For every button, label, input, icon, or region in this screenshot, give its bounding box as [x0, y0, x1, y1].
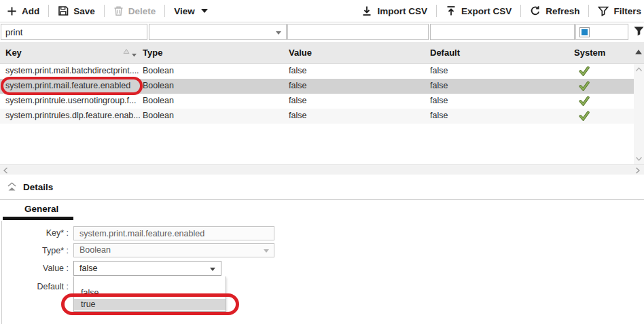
- cell-type: Boolean: [143, 81, 174, 90]
- scrollbar-chevron-right-icon: [635, 167, 641, 174]
- config-grid: Key Type Value Default System system.pri…: [0, 42, 644, 164]
- green-check-icon: [579, 81, 590, 91]
- checkbox-fill: [582, 29, 588, 35]
- vertical-scrollbar[interactable]: [634, 64, 644, 164]
- toolbar: Add Save Delete View: [0, 0, 644, 22]
- filter-funnel-icon: [598, 5, 609, 16]
- upload-icon: [446, 5, 457, 16]
- column-header-value[interactable]: Value: [289, 48, 312, 58]
- value-field-combobox[interactable]: false: [73, 261, 221, 276]
- save-button-label: Save: [73, 6, 95, 16]
- value-filter-input[interactable]: [287, 24, 429, 40]
- filters-label: Filters: [613, 6, 641, 16]
- type-field-value: Boolean: [79, 245, 111, 255]
- plus-icon: [7, 6, 17, 16]
- import-csv-label: Import CSV: [377, 6, 427, 16]
- details-form: Key* : Type* : Boolean Value : false Def…: [0, 221, 644, 324]
- value-field-label: Value :: [0, 264, 69, 273]
- add-button-label: Add: [22, 6, 39, 16]
- scrollbar-chevron-up-icon: [635, 67, 643, 72]
- cell-key: system.printrules.dlp.feature.enab...: [5, 111, 141, 120]
- green-check-icon: [579, 66, 590, 76]
- sort-asc-icon: [123, 48, 138, 58]
- toolbar-divider: [436, 5, 437, 17]
- sort-indicator[interactable]: [123, 48, 138, 58]
- config-editor-window: Add Save Delete View: [0, 0, 644, 324]
- dropdown-option-blank[interactable]: [74, 276, 226, 287]
- trash-icon: [113, 5, 124, 16]
- chevron-down-icon: [264, 249, 269, 253]
- type-field-select[interactable]: Boolean: [73, 243, 274, 257]
- download-icon: [361, 5, 372, 16]
- cell-value: false: [289, 96, 306, 105]
- grid-empty-area: [0, 124, 644, 164]
- system-filter-checkbox[interactable]: [579, 27, 590, 37]
- cell-type: Boolean: [143, 111, 174, 120]
- chevron-down-icon: [201, 9, 208, 13]
- details-tabbar: General: [0, 200, 644, 221]
- table-row[interactable]: system.print.mail.batchdirectprint.... B…: [0, 64, 644, 79]
- green-check-icon: [579, 96, 590, 106]
- key-filter-input[interactable]: [1, 24, 147, 40]
- scroll-up-icon[interactable]: [635, 50, 642, 54]
- cell-default: false: [430, 66, 448, 75]
- export-csv-label: Export CSV: [461, 6, 512, 16]
- delete-button-label: Delete: [128, 6, 156, 16]
- value-field-current: false: [79, 264, 97, 273]
- cell-key: system.printrule.usernotingroup.f...: [5, 96, 136, 105]
- cell-key: system.print.mail.feature.enabled: [5, 81, 130, 90]
- table-row[interactable]: system.printrule.usernotingroup.f... Boo…: [0, 94, 644, 109]
- scrollbar-chevron-down-icon: [635, 156, 643, 162]
- toolbar-divider: [520, 5, 521, 17]
- details-panel-header[interactable]: Details: [0, 175, 644, 199]
- cell-value: false: [289, 111, 306, 120]
- table-row[interactable]: system.printrules.dlp.feature.enab... Bo…: [0, 109, 644, 124]
- dropdown-option-false[interactable]: false: [74, 287, 226, 299]
- cell-default: false: [430, 111, 448, 120]
- horizontal-scrollbar[interactable]: [0, 164, 644, 175]
- toolbar-divider: [164, 5, 165, 17]
- save-icon: [58, 5, 69, 16]
- table-row-selected[interactable]: system.print.mail.feature.enabled Boolea…: [0, 79, 644, 94]
- filters-button[interactable]: Filters: [598, 5, 641, 16]
- chevron-down-icon: [210, 268, 215, 271]
- green-check-icon: [579, 111, 590, 121]
- cell-value: false: [289, 81, 306, 90]
- column-header-default[interactable]: Default: [430, 48, 460, 58]
- system-filter-cell: [575, 24, 628, 40]
- delete-button[interactable]: Delete: [113, 5, 156, 16]
- view-menu-label: View: [174, 6, 195, 16]
- cell-default: false: [430, 96, 448, 105]
- import-csv-button[interactable]: Import CSV: [361, 5, 427, 16]
- type-field-label: Type* :: [0, 246, 69, 255]
- add-button[interactable]: Add: [7, 6, 39, 16]
- dropdown-option-true[interactable]: true: [74, 299, 226, 310]
- refresh-label: Refresh: [545, 6, 579, 16]
- cell-value: false: [289, 66, 306, 75]
- collapse-panel-icon: [7, 182, 17, 192]
- scrollbar-chevron-left-icon: [3, 167, 8, 174]
- toolbar-divider: [48, 5, 49, 17]
- tab-general[interactable]: General: [24, 204, 58, 214]
- details-title: Details: [23, 182, 53, 192]
- filter-row: [0, 22, 644, 42]
- column-header-system[interactable]: System: [574, 48, 605, 58]
- refresh-icon: [530, 5, 541, 16]
- default-filter-input[interactable]: [430, 24, 575, 40]
- toolbar-divider: [104, 5, 105, 17]
- export-csv-button[interactable]: Export CSV: [446, 5, 512, 16]
- value-dropdown-list: false true: [73, 276, 226, 312]
- column-header-type[interactable]: Type: [143, 48, 162, 58]
- view-menu-button[interactable]: View: [174, 6, 208, 16]
- cell-key: system.print.mail.batchdirectprint....: [5, 66, 139, 75]
- save-button[interactable]: Save: [58, 5, 95, 16]
- grid-header: Key Type Value Default System: [0, 42, 644, 64]
- apply-filter-funnel-icon[interactable]: [634, 26, 644, 37]
- chevron-down-icon: [276, 31, 281, 35]
- cell-default: false: [430, 81, 448, 90]
- key-field-label: Key* :: [0, 228, 69, 238]
- column-header-key[interactable]: Key: [5, 48, 22, 58]
- type-filter-dropdown[interactable]: [149, 24, 287, 40]
- key-field-input[interactable]: [73, 226, 274, 240]
- refresh-button[interactable]: Refresh: [530, 5, 579, 16]
